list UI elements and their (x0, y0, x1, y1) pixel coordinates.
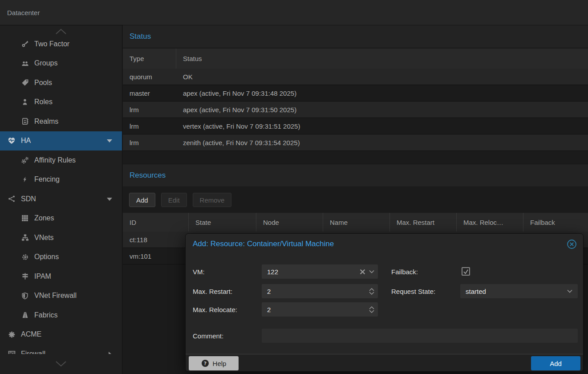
request-state-select[interactable]: started (460, 284, 578, 298)
gear-icon (20, 253, 30, 261)
resources-panel-header: Resources (123, 164, 588, 187)
sidebar-item-label: VNets (34, 234, 54, 242)
max-relocate-stepper[interactable] (262, 302, 378, 317)
sidebar-item-acme[interactable]: ACME (0, 325, 122, 345)
comment-input[interactable] (267, 329, 578, 343)
column-header-state[interactable]: State (189, 213, 256, 232)
chevron-down-icon[interactable] (107, 198, 112, 201)
vm-combobox[interactable] (262, 264, 378, 279)
spinner-down-icon[interactable] (369, 310, 374, 313)
sidebar-scroll-up-button[interactable] (0, 25, 122, 34)
sidebar-item-two-factor[interactable]: Two Factor (0, 34, 122, 54)
sidebar-item-label: Zones (34, 214, 54, 222)
sidebar-item-pools[interactable]: Pools (0, 73, 122, 93)
shield-icon (20, 292, 30, 300)
sidebar-item-affinity-rules[interactable]: Affinity Rules (0, 150, 122, 170)
clear-icon[interactable] (360, 269, 365, 275)
sidebar-item-ipam[interactable]: IPAM (0, 267, 122, 286)
sidebar-item-ha[interactable]: HA (0, 131, 122, 151)
sidebar-item-label: Affinity Rules (34, 156, 76, 164)
sidebar-item-label: IPAM (34, 272, 51, 280)
check-icon (462, 268, 469, 275)
chevron-down-icon[interactable] (107, 139, 112, 142)
close-icon[interactable] (566, 239, 577, 249)
spinner-down-icon[interactable] (369, 292, 374, 295)
sidebar-item-label: Fabrics (34, 311, 57, 319)
cell-type: quorum (123, 69, 176, 85)
max-restart-label: Max. Restart: (193, 284, 232, 298)
sidebar-item-label: Options (34, 253, 59, 261)
column-header-id[interactable]: ID (123, 213, 189, 232)
chevron-down-icon[interactable] (369, 270, 374, 273)
cell-status: OK (176, 69, 588, 85)
table-row[interactable]: lrm zenith (active, Fri Nov 7 09:31:54 2… (123, 134, 588, 151)
help-button[interactable]: ? Help (189, 356, 239, 370)
table-row[interactable]: master apex (active, Fri Nov 7 09:31:48 … (123, 85, 588, 102)
sidebar-item-vnet-firewall[interactable]: VNet Firewall (0, 286, 122, 306)
sidebar-item-fencing[interactable]: Fencing (0, 170, 122, 190)
column-header-node[interactable]: Node (256, 213, 323, 232)
gears-icon (20, 156, 30, 164)
spinner-up-icon[interactable] (369, 288, 374, 291)
cell-status: apex (active, Fri Nov 7 09:31:48 2025) (176, 85, 588, 101)
dialog-footer: ? Help Add (186, 354, 583, 371)
status-panel-title: Status (130, 32, 151, 41)
sidebar: Two Factor Groups Pools Roles Realms HA … (0, 25, 122, 374)
question-circle-icon: ? (201, 359, 209, 367)
column-header-max-restart[interactable]: Max. Restart (390, 213, 457, 232)
vm-label: VM: (193, 264, 205, 279)
max-restart-input[interactable] (267, 284, 378, 298)
remove-button: Remove (193, 193, 232, 207)
user-icon (20, 98, 30, 106)
sidebar-item-groups[interactable]: Groups (0, 54, 122, 73)
table-row[interactable]: quorum OK (123, 69, 588, 85)
sidebar-item-roles[interactable]: Roles (0, 93, 122, 112)
sidebar-item-label: Realms (34, 118, 58, 126)
sidebar-item-label: Groups (34, 59, 57, 67)
sidebar-scroll-down-button[interactable] (0, 354, 122, 374)
dialog-header[interactable]: Add: Resource: Container/Virtual Machine (186, 234, 583, 254)
key-icon (20, 40, 30, 48)
column-header-failback[interactable]: Failback (523, 213, 588, 232)
chevron-down-icon (55, 361, 67, 367)
sidebar-item-sdn[interactable]: SDN (0, 189, 122, 209)
max-relocate-input[interactable] (267, 302, 378, 317)
request-state-label: Request State: (391, 284, 435, 298)
sidebar-item-realms[interactable]: Realms (0, 112, 122, 131)
add-resource-dialog: Add: Resource: Container/Virtual Machine… (185, 233, 584, 372)
cell-id: vm:101 (123, 248, 189, 264)
column-header-status[interactable]: Status (176, 49, 588, 69)
add-button[interactable]: Add (129, 193, 155, 207)
cell-status: apex (active, Fri Nov 7 09:31:50 2025) (176, 102, 588, 118)
cell-status: zenith (active, Fri Nov 7 09:31:54 2025) (176, 134, 588, 150)
sidebar-item-vnets[interactable]: VNets (0, 228, 122, 248)
max-restart-stepper[interactable] (262, 284, 378, 298)
table-row[interactable]: lrm vertex (active, Fri Nov 7 09:31:51 2… (123, 118, 588, 134)
sidebar-item-options[interactable]: Options (0, 248, 122, 267)
sidebar-item-fabrics[interactable]: Fabrics (0, 305, 122, 325)
column-header-max-relocate[interactable]: Max. Reloc… (457, 213, 523, 232)
certificate-icon (6, 330, 17, 338)
chevron-down-icon[interactable] (567, 289, 572, 293)
cell-type: master (123, 85, 176, 101)
table-row[interactable]: lrm apex (active, Fri Nov 7 09:31:50 202… (123, 102, 588, 118)
sidebar-item-label: Fencing (34, 175, 60, 183)
sidebar-item-label: VNet Firewall (34, 292, 77, 300)
sidebar-item-zones[interactable]: Zones (0, 209, 122, 228)
sitemap-icon (20, 234, 30, 242)
spinner-up-icon[interactable] (369, 306, 374, 309)
failback-checkbox[interactable] (462, 267, 470, 276)
heartbeat-icon (6, 137, 17, 145)
chevron-up-icon (55, 28, 67, 34)
status-panel-header: Status (123, 25, 588, 48)
comment-field[interactable] (262, 329, 578, 343)
dialog-add-button[interactable]: Add (531, 356, 580, 370)
cell-status: vertex (active, Fri Nov 7 09:31:51 2025) (176, 118, 588, 134)
signpost-icon (20, 272, 30, 280)
cell-id: ct:118 (123, 232, 189, 248)
sidebar-item-label: Pools (34, 79, 52, 87)
resources-toolbar: Add Edit Remove (123, 187, 588, 213)
column-header-name[interactable]: Name (323, 213, 390, 232)
column-header-type[interactable]: Type (123, 49, 176, 69)
dialog-title: Add: Resource: Container/Virtual Machine (193, 240, 566, 248)
